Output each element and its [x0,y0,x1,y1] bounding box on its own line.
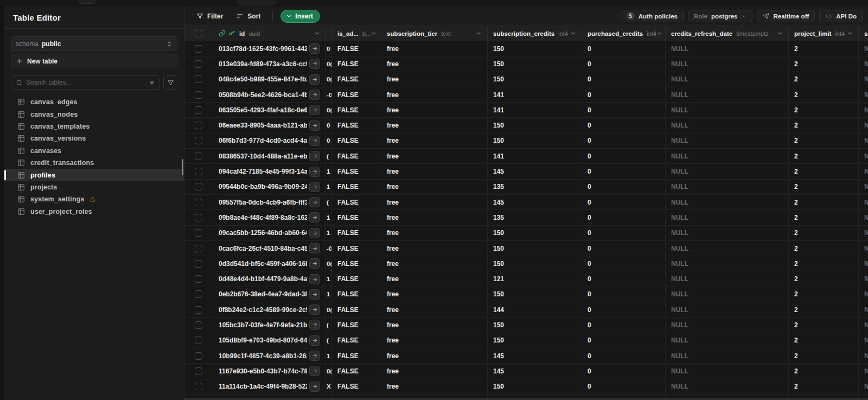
row-checkbox[interactable] [195,60,202,68]
cell-credits-refresh-date[interactable]: NULL [666,149,789,163]
sidebar-item-canvas_templates[interactable]: canvas_templates [11,120,177,132]
expand-row-button[interactable] [309,212,320,223]
cell-subscription-credits[interactable]: 141 [488,103,582,117]
cell-is-admin[interactable]: FALSE [332,164,381,179]
cell-credits-refresh-date[interactable]: NULL [666,256,789,271]
cell-id[interactable]: 0cac6fca-26cf-4510-84ba-c4580... [213,241,326,256]
cell-subscription-credits[interactable]: 121 [488,271,582,286]
cell-id[interactable]: 0eb2b676-38ed-4ea7-9dad-38e6... [213,287,326,302]
cell-id[interactable]: 08386537-10d4-488a-a11e-eb5a6... [213,149,326,163]
cell-project-limit[interactable]: 2 [789,72,859,87]
cell-purchased-credits[interactable]: 0 [582,195,666,209]
cell-subscription-tier[interactable]: free [381,72,488,87]
cell-truncated-last[interactable]: NU [859,271,868,286]
sidebar-item-profiles[interactable]: profiles [4,169,184,181]
cell-project-limit[interactable]: 2 [789,56,859,71]
cell-subscription-tier[interactable]: free [381,302,488,317]
sort-button[interactable]: Sort [232,10,265,22]
sidebar-item-canvas_edges[interactable]: canvas_edges [11,96,177,108]
cell-subscription-tier[interactable]: free [381,164,488,179]
cell-subscription-credits[interactable]: 150 [488,41,582,56]
cell-purchased-credits[interactable]: 0 [582,180,666,194]
cell-purchased-credits[interactable]: 0 [582,87,666,102]
cell-id[interactable]: 105bc3b7-03fe-4e7f-9efa-21bb40... [213,318,326,332]
sidebar-item-projects[interactable]: projects [11,181,177,193]
cell-id[interactable]: 0d48e4d4-b1bf-4479-9a8b-4a4b... [213,271,326,286]
cell-project-limit[interactable]: 2 [789,118,859,132]
row-checkbox[interactable] [195,260,202,268]
sidebar-item-canvas_nodes[interactable]: canvas_nodes [11,108,177,120]
cell-credits-refresh-date[interactable]: NULL [666,271,789,286]
cell-purchased-credits[interactable]: 0 [582,118,666,132]
cell-project-limit[interactable]: 2 [789,164,859,179]
column-header-project-limit[interactable]: project_limitint4 [789,26,859,41]
sidebar-item-canvas_versions[interactable]: canvas_versions [11,132,177,144]
cell-subscription-credits[interactable]: 141 [488,87,582,102]
cell-credits-refresh-date[interactable]: NULL [666,56,789,71]
expand-row-button[interactable] [309,167,320,177]
cell-truncated-last[interactable]: NU [859,379,868,394]
cell-project-limit[interactable]: 2 [789,41,859,56]
cell-subscription-tier[interactable]: free [381,195,488,209]
cell-truncated-last[interactable]: NU [859,103,868,117]
cell-project-limit[interactable]: 2 [789,226,859,240]
cell-id[interactable]: 06f6b7d3-977d-4cd0-acd4-4a78... [213,134,326,148]
cell-purchased-credits[interactable]: 0 [582,134,666,148]
cell-id[interactable]: 013cf78d-1625-43fc-9961-442189... [213,41,326,56]
expand-row-button[interactable] [309,59,320,69]
cell-truncated-last[interactable]: NU [859,41,868,56]
cell-id[interactable]: 0f8b24e2-c1c2-4589-99ce-2c52d... [213,302,326,317]
cell-id[interactable]: 09544b0c-ba9b-496a-9b09-244... [213,180,326,194]
cell-truncated-last[interactable]: NU [859,226,868,240]
row-checkbox[interactable] [195,229,202,237]
cell-project-limit[interactable]: 2 [789,256,859,271]
cell-id[interactable]: 1167e930-e5b0-43b7-b74c-788c9... [213,364,326,378]
cell-subscription-tier[interactable]: free [381,241,488,256]
cell-id[interactable]: 0d3d541d-bf5c-459f-a406-16b93... [213,256,326,271]
cell-purchased-credits[interactable]: 0 [582,348,666,363]
cell-truncated-last[interactable]: NU [859,333,868,348]
schema-select[interactable]: schema public [11,36,177,51]
cell-project-limit[interactable]: 2 [789,333,859,348]
cell-subscription-tier[interactable]: free [381,379,488,394]
expand-row-button[interactable] [309,74,320,85]
cell-id[interactable]: 09b8ae4e-f48c-4f89-8a8c-1629b... [213,210,326,225]
cell-truncated-last[interactable]: NU [859,87,868,102]
cell-id[interactable]: 09557f5a-0dcb-4cb9-a6fb-fff366... [213,195,326,209]
cell-is-admin[interactable]: FALSE [332,103,381,117]
cell-subscription-credits[interactable]: 150 [488,118,582,132]
cell-is-admin[interactable]: FALSE [332,287,381,302]
chevron-down-icon[interactable] [570,30,576,36]
cell-subscription-tier[interactable]: free [381,287,488,302]
cell-credits-refresh-date[interactable]: NULL [666,41,789,56]
expand-row-button[interactable] [309,304,320,315]
cell-credits-refresh-date[interactable]: NULL [666,379,789,394]
cell-subscription-tier[interactable]: free [381,103,488,117]
cell-purchased-credits[interactable]: 0 [582,41,666,56]
cell-subscription-tier[interactable]: free [381,364,488,378]
cell-subscription-credits[interactable]: 150 [488,56,582,71]
select-all-checkbox[interactable] [195,30,202,37]
cell-project-limit[interactable]: 2 [789,103,859,117]
cell-is-admin[interactable]: FALSE [332,210,381,225]
expand-row-button[interactable] [309,90,320,100]
cell-is-admin[interactable]: FALSE [332,118,381,132]
cell-project-limit[interactable]: 2 [789,364,859,378]
cell-credits-refresh-date[interactable]: NULL [666,195,789,209]
cell-credits-refresh-date[interactable]: NULL [666,72,789,87]
cell-purchased-credits[interactable]: 0 [582,302,666,317]
expand-row-button[interactable] [309,366,320,376]
cell-purchased-credits[interactable]: 0 [582,164,666,179]
cell-credits-refresh-date[interactable]: NULL [666,302,789,317]
expand-row-button[interactable] [309,320,320,330]
cell-is-admin[interactable]: FALSE [332,41,381,56]
cell-id[interactable]: 013e039a-fd89-473a-a3c6-ccfa9... [213,56,326,71]
cell-credits-refresh-date[interactable]: NULL [666,241,789,256]
cell-purchased-credits[interactable]: 0 [582,256,666,271]
cell-subscription-tier[interactable]: free [381,210,488,225]
cell-subscription-tier[interactable]: free [381,118,488,132]
cell-project-limit[interactable]: 2 [789,210,859,225]
cell-is-admin[interactable]: FALSE [332,379,381,394]
cell-subscription-credits[interactable]: 150 [488,241,582,256]
chevron-down-icon[interactable] [847,30,853,36]
